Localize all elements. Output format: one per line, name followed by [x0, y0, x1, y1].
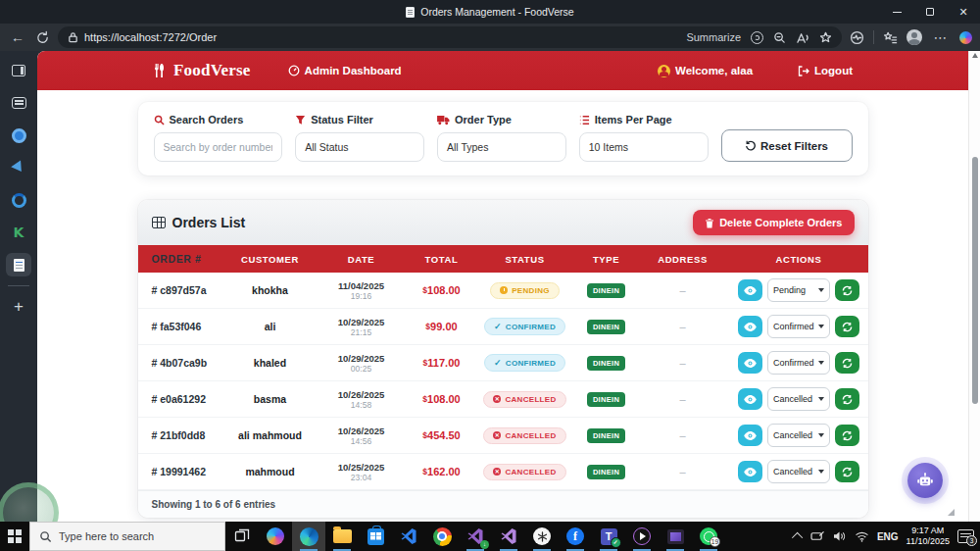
task-view-button[interactable] — [225, 522, 259, 551]
filter-card: Search Orders Status Filter All Status — [138, 102, 868, 175]
new-tab-button[interactable]: + — [6, 295, 31, 319]
pen-input-icon[interactable] — [810, 530, 825, 542]
taskbar-facebook[interactable]: f — [559, 522, 592, 551]
taskbar-chrome[interactable] — [425, 522, 459, 551]
collections-icon[interactable] — [883, 30, 898, 45]
order-status-select[interactable]: Cancelled — [767, 387, 830, 411]
copilot-icon — [267, 527, 284, 545]
update-status-button[interactable] — [835, 352, 859, 374]
logout-button[interactable]: Logout — [798, 65, 853, 76]
view-order-button[interactable] — [738, 425, 762, 446]
settings-menu-icon[interactable]: ⋯ — [931, 29, 951, 45]
taskbar-explorer[interactable] — [325, 522, 359, 551]
back-button[interactable]: ← — [8, 29, 27, 45]
tab-favicon-blue-circle[interactable] — [6, 124, 31, 147]
window-controls: ✕ — [880, 0, 980, 24]
summarize-button[interactable]: Summarize — [686, 31, 741, 43]
table-row: # c897d57a khokha 11/04/202519:16 $108.0… — [138, 273, 868, 309]
view-order-button[interactable] — [738, 352, 762, 374]
close-button[interactable]: ✕ — [947, 0, 980, 24]
favorite-star-icon[interactable] — [819, 31, 832, 44]
minimize-button[interactable] — [880, 0, 913, 24]
taskbar-media-player[interactable] — [625, 522, 659, 551]
table-row: # e0a61292 basma 10/26/202514:58 $108.00… — [138, 381, 868, 418]
taskbar-search[interactable]: Type here to search — [29, 522, 225, 551]
update-status-button[interactable] — [835, 425, 859, 446]
brand[interactable]: FoodVerse — [153, 61, 251, 80]
notification-center-icon[interactable]: 3 — [957, 529, 974, 543]
update-status-button[interactable] — [835, 388, 859, 410]
tab-favicon-arrow[interactable] — [6, 156, 31, 179]
items-per-page-select[interactable]: 10 Items — [579, 132, 709, 162]
order-status-select[interactable]: Pending — [767, 278, 830, 302]
view-order-button[interactable] — [738, 279, 762, 301]
status-filter-select[interactable]: All Status — [295, 132, 424, 162]
chevron-down-icon — [818, 470, 824, 474]
copilot-mini-icon[interactable] — [751, 31, 763, 44]
maximize-button[interactable] — [913, 0, 947, 24]
taskbar-purple-app[interactable] — [659, 522, 692, 551]
sync-icon — [842, 394, 853, 405]
taskbar-visual-studio-2[interactable] — [492, 522, 525, 551]
taskbar: Type here to search ↓ f T 19 ENG 9:17 AM… — [0, 522, 980, 551]
zoom-icon[interactable] — [773, 31, 786, 44]
update-status-button[interactable] — [835, 316, 859, 337]
update-status-button[interactable] — [835, 461, 859, 482]
tray-date: 11/10/2025 — [906, 536, 950, 547]
view-order-button[interactable] — [738, 461, 762, 482]
order-status-select[interactable]: Confirmed — [767, 315, 830, 338]
address-bar[interactable]: https://localhost:7272/Order Summarize — [58, 26, 842, 48]
active-tab-icon[interactable] — [6, 253, 31, 276]
taskbar-visual-studio[interactable]: ↓ — [459, 522, 492, 551]
logout-icon — [798, 66, 809, 76]
tray-time: 9:17 AM — [906, 526, 950, 536]
scrollbar-thumb[interactable] — [972, 157, 978, 404]
update-status-button[interactable] — [835, 279, 859, 301]
clock[interactable]: 9:17 AM 11/10/2025 — [906, 526, 950, 548]
nav-admin-dashboard[interactable]: Admin Dashboard — [288, 65, 402, 76]
cancel-icon: ✕ — [493, 431, 501, 439]
resize-handle[interactable] — [948, 509, 955, 516]
order-status-select[interactable]: Confirmed — [767, 351, 830, 375]
taskbar-store[interactable] — [359, 522, 392, 551]
type-badge: DINEIN — [587, 465, 625, 479]
logout-label: Logout — [814, 65, 853, 76]
sync-icon — [842, 285, 853, 296]
workspaces-icon[interactable] — [6, 91, 31, 115]
tab-favicon-swirl[interactable] — [6, 188, 31, 212]
tray-expand-icon[interactable] — [792, 532, 803, 543]
folder-icon — [333, 529, 352, 543]
search-input[interactable] — [154, 132, 283, 162]
view-order-button[interactable] — [738, 316, 762, 337]
start-button[interactable] — [0, 522, 29, 551]
order-type-select[interactable]: All Types — [437, 132, 566, 162]
order-status-select[interactable]: Cancelled — [767, 424, 830, 447]
chatbot-button[interactable] — [907, 463, 943, 498]
taskbar-edge[interactable] — [292, 522, 325, 551]
taskbar-teams[interactable]: T — [592, 522, 625, 551]
profile-avatar[interactable] — [906, 29, 922, 45]
reload-button[interactable] — [35, 30, 50, 45]
taskbar-copilot[interactable] — [259, 522, 292, 551]
view-order-button[interactable] — [738, 388, 762, 410]
scroll-up-icon[interactable] — [972, 53, 978, 58]
tab-favicon-k[interactable]: K — [6, 221, 31, 244]
whatsapp-icon: 19 — [700, 527, 717, 545]
language-indicator[interactable]: ENG — [877, 531, 899, 542]
order-status-select[interactable]: Cancelled — [767, 460, 830, 483]
tab-panel-toggle-icon[interactable] — [6, 59, 31, 82]
taskbar-chatgpt[interactable] — [525, 522, 559, 551]
browser-essentials-icon[interactable] — [850, 30, 864, 45]
taskbar-vscode[interactable] — [392, 522, 425, 551]
browser-window: Orders Management - FoodVerse ✕ ← https:… — [0, 0, 980, 551]
read-aloud-icon[interactable] — [796, 31, 809, 44]
user-icon — [658, 65, 670, 77]
trash-icon — [705, 218, 714, 228]
delete-complete-orders-button[interactable]: Delete Complete Orders — [693, 210, 854, 235]
taskbar-whatsapp[interactable]: 19 — [692, 522, 725, 551]
page-scrollbar[interactable] — [968, 51, 980, 522]
copilot-icon[interactable] — [959, 31, 972, 44]
reset-filters-button[interactable]: Reset Filters — [721, 129, 853, 162]
volume-icon[interactable] — [833, 530, 847, 542]
wifi-icon[interactable] — [855, 531, 869, 542]
